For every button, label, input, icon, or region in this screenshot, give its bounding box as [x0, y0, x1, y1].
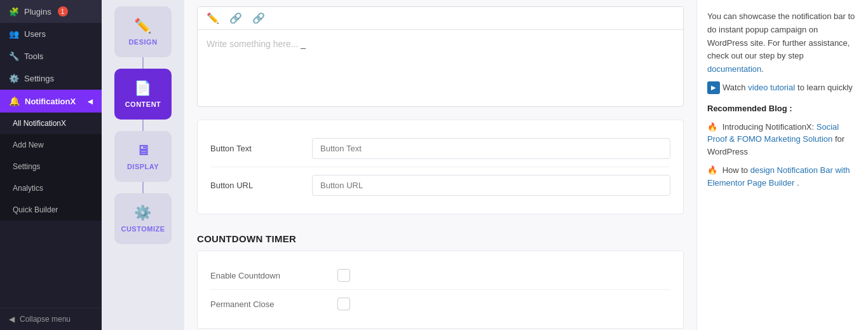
fire-icon-2: 🔥 — [707, 165, 717, 175]
settings-sub-label: Settings — [13, 162, 40, 171]
fire-icon-1: 🔥 — [707, 122, 717, 132]
add-new-label: Add New — [13, 141, 44, 149]
unlink-icon[interactable]: 🔗 — [250, 11, 268, 25]
tools-icon: 🔧 — [9, 52, 19, 61]
play-icon: ▶ — [707, 81, 720, 94]
cursor: _ — [298, 39, 306, 49]
countdown-section-wrapper: COUNTDOWN TIMER Enable Countdown Permane… — [197, 224, 684, 329]
design-label: DESIGN — [128, 38, 157, 46]
button-url-row: Button URL — [210, 167, 670, 203]
countdown-section-title: COUNTDOWN TIMER — [197, 224, 684, 251]
enable-countdown-label: Enable Countdown — [210, 271, 337, 280]
pencil-icon[interactable]: ✏️ — [204, 11, 222, 25]
watch-suffix: to learn quickly — [797, 81, 853, 95]
main-content: ✏️ 🔗 🔗 Write something here... _ Button … — [184, 0, 696, 330]
notificationx-icon: 🔔 — [9, 96, 20, 106]
button-text-row: Button Text — [210, 130, 670, 167]
step-design[interactable]: ✏️ DESIGN — [102, 6, 184, 57]
description-body: You can showcase the notification bar to… — [707, 11, 855, 60]
sidebar-item-quick-builder[interactable]: Quick Builder — [0, 199, 102, 221]
sidebar-item-all-notificationx[interactable]: All NotificationX — [0, 113, 102, 134]
link-icon[interactable]: 🔗 — [227, 11, 245, 25]
button-url-label: Button URL — [210, 181, 312, 190]
users-label: Users — [24, 29, 46, 39]
arrow-right-icon: ◀ — [88, 98, 93, 105]
video-tutorial-link[interactable]: video tutorial — [748, 81, 795, 95]
settings-icon: ⚙️ — [9, 74, 19, 83]
right-panel: You can showcase the notification bar to… — [696, 0, 868, 330]
connector-2 — [142, 120, 144, 131]
quick-builder-label: Quick Builder — [13, 205, 58, 214]
connector-3 — [142, 182, 144, 193]
collapse-icon: ◀ — [9, 315, 15, 324]
button-url-input[interactable] — [312, 175, 670, 196]
content-card[interactable]: 📄 CONTENT — [114, 69, 172, 120]
sidebar: 🧩 Plugins 1 👥 Users 🔧 Tools ⚙️ Settings … — [0, 0, 102, 330]
design-card[interactable]: ✏️ DESIGN — [114, 6, 172, 57]
editor-toolbar: ✏️ 🔗 🔗 — [198, 7, 683, 30]
customize-icon: ⚙️ — [134, 205, 152, 221]
tools-label: Tools — [24, 52, 43, 61]
collapse-label: Collapse menu — [20, 315, 71, 324]
editor-placeholder: Write something here... — [207, 39, 298, 49]
button-text-label: Button Text — [210, 144, 312, 153]
step-display[interactable]: 🖥 DISPLAY — [102, 131, 184, 182]
notificationx-label: NotificationX — [25, 97, 76, 106]
content-label: CONTENT — [125, 100, 161, 108]
all-notificationx-label: All NotificationX — [13, 119, 66, 128]
design-icon: ✏️ — [134, 18, 152, 34]
puzzle-icon: 🧩 — [9, 7, 19, 17]
watch-row: ▶ Watch video tutorial to learn quickly — [707, 81, 858, 95]
sidebar-item-plugins[interactable]: 🧩 Plugins 1 — [0, 0, 102, 23]
connector-1 — [142, 57, 144, 69]
blog-2-suffix: . — [797, 178, 799, 188]
notificationx-submenu: All NotificationX Add New Settings Analy… — [0, 113, 102, 221]
sidebar-item-settings-sub[interactable]: Settings — [0, 156, 102, 177]
blog-2-prefix: How to — [722, 165, 750, 175]
sidebar-item-settings[interactable]: ⚙️ Settings — [0, 67, 102, 90]
documentation-link[interactable]: documentation — [707, 64, 761, 74]
plugins-badge: 1 — [58, 6, 68, 17]
blog-1-prefix: Introducing NotificationX: — [722, 122, 817, 132]
analytics-label: Analytics — [13, 184, 43, 193]
notificationx-brand[interactable]: 🔔 NotificationX ◀ — [0, 90, 102, 113]
permanent-close-checkbox[interactable] — [337, 298, 350, 310]
step-navigation: ✏️ DESIGN 📄 CONTENT 🖥 DISPLAY ⚙️ CUSTOMI… — [102, 0, 184, 330]
editor-content-area[interactable]: Write something here... _ — [198, 30, 683, 106]
enable-countdown-row: Enable Countdown — [210, 261, 670, 290]
customize-card[interactable]: ⚙️ CUSTOMIZE — [114, 193, 172, 244]
permanent-close-row: Permanent Close — [210, 290, 670, 318]
content-icon: 📄 — [134, 80, 152, 97]
sidebar-item-analytics[interactable]: Analytics — [0, 177, 102, 199]
button-text-input[interactable] — [312, 138, 670, 159]
sidebar-item-tools[interactable]: 🔧 Tools — [0, 45, 102, 67]
description-text: You can showcase the notification bar to… — [707, 10, 858, 76]
step-customize[interactable]: ⚙️ CUSTOMIZE — [102, 193, 184, 244]
enable-countdown-checkbox[interactable] — [337, 269, 350, 282]
sidebar-item-users[interactable]: 👥 Users — [0, 23, 102, 45]
recommended-title: Recommended Blog : — [707, 102, 858, 116]
blog-item-2: 🔥 How to design Notification Bar with El… — [707, 164, 858, 189]
display-label: DISPLAY — [127, 163, 159, 170]
users-icon: 👥 — [9, 29, 19, 39]
button-form-section: Button Text Button URL — [197, 120, 684, 214]
countdown-section: Enable Countdown Permanent Close — [197, 251, 684, 329]
display-card[interactable]: 🖥 DISPLAY — [114, 131, 172, 182]
plugins-label: Plugins — [24, 7, 51, 17]
watch-prefix: Watch — [722, 81, 745, 95]
permanent-close-label: Permanent Close — [210, 299, 337, 309]
sidebar-item-add-new[interactable]: Add New — [0, 134, 102, 156]
text-editor: ✏️ 🔗 🔗 Write something here... _ — [197, 6, 684, 107]
collapse-menu-button[interactable]: ◀ Collapse menu — [0, 308, 102, 330]
customize-label: CUSTOMIZE — [121, 225, 165, 233]
blog-item-1: 🔥 Introducing NotificationX: Social Proo… — [707, 121, 858, 158]
step-content[interactable]: 📄 CONTENT — [102, 69, 184, 120]
display-icon: 🖥 — [136, 142, 151, 159]
settings-label: Settings — [24, 74, 54, 83]
